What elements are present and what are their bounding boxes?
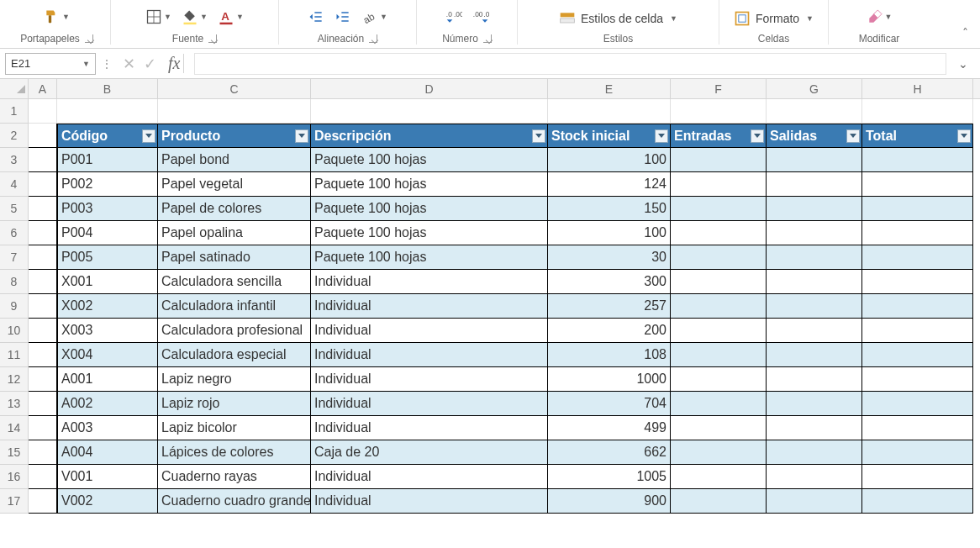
cell[interactable] xyxy=(862,99,973,124)
cell-salidas[interactable] xyxy=(767,367,862,392)
table-header[interactable]: Salidas xyxy=(767,124,862,148)
formula-input[interactable] xyxy=(194,53,946,75)
insert-function-button[interactable]: fx xyxy=(165,54,184,73)
row-header[interactable]: 3 xyxy=(0,148,29,172)
cell[interactable] xyxy=(29,416,57,440)
column-header[interactable]: E xyxy=(548,79,671,98)
filter-dropdown-icon[interactable] xyxy=(655,129,668,143)
row-header[interactable]: 14 xyxy=(0,416,29,440)
cell-total[interactable] xyxy=(862,294,973,319)
cell[interactable] xyxy=(29,440,57,465)
cell-descripcion[interactable]: Individual xyxy=(311,416,548,440)
table-header[interactable]: Stock inicial xyxy=(548,124,671,148)
row-header[interactable]: 16 xyxy=(0,465,29,489)
cell[interactable] xyxy=(29,465,57,489)
cell-codigo[interactable]: A001 xyxy=(57,367,158,392)
cell-entradas[interactable] xyxy=(671,148,767,172)
cell-entradas[interactable] xyxy=(671,489,767,514)
cell-producto[interactable]: Calculadora sencilla xyxy=(158,270,311,294)
column-header[interactable]: H xyxy=(862,79,973,98)
fill-color-icon[interactable]: ▼ xyxy=(182,8,208,25)
cell-salidas[interactable] xyxy=(767,440,862,465)
column-header[interactable]: A xyxy=(29,79,57,98)
filter-dropdown-icon[interactable] xyxy=(751,129,764,143)
filter-dropdown-icon[interactable] xyxy=(295,129,308,143)
cell[interactable] xyxy=(29,392,57,416)
cell-total[interactable] xyxy=(862,489,973,514)
cell-entradas[interactable] xyxy=(671,172,767,197)
cell-salidas[interactable] xyxy=(767,489,862,514)
table-header[interactable]: Producto xyxy=(158,124,311,148)
row-header[interactable]: 10 xyxy=(0,319,29,343)
row-header[interactable]: 4 xyxy=(0,172,29,197)
cell-descripcion[interactable]: Individual xyxy=(311,367,548,392)
cell-total[interactable] xyxy=(862,245,973,270)
cell-stock[interactable]: 100 xyxy=(548,148,671,172)
row-header[interactable]: 15 xyxy=(0,440,29,465)
cell-producto[interactable]: Papel bond xyxy=(158,148,311,172)
cell-entradas[interactable] xyxy=(671,270,767,294)
borders-icon[interactable]: ▼ xyxy=(145,8,171,25)
dialog-launcher-icon[interactable] xyxy=(369,34,377,43)
cell-descripcion[interactable]: Individual xyxy=(311,343,548,367)
row-header[interactable]: 12 xyxy=(0,367,29,392)
cell-descripcion[interactable]: Caja de 20 xyxy=(311,440,548,465)
cell-stock[interactable]: 150 xyxy=(548,197,671,221)
cell-stock[interactable]: 900 xyxy=(548,489,671,514)
cell-producto[interactable]: Lápices de colores xyxy=(158,440,311,465)
cell-entradas[interactable] xyxy=(671,343,767,367)
cell[interactable] xyxy=(29,319,57,343)
cell-producto[interactable]: Papel vegetal xyxy=(158,172,311,197)
cell-producto[interactable]: Calculadora infantil xyxy=(158,294,311,319)
cell-producto[interactable]: Calculadora profesional xyxy=(158,319,311,343)
cell[interactable] xyxy=(671,99,767,124)
cell-entradas[interactable] xyxy=(671,392,767,416)
cell-salidas[interactable] xyxy=(767,465,862,489)
cell-total[interactable] xyxy=(862,319,973,343)
cell-salidas[interactable] xyxy=(767,319,862,343)
decrease-indent-icon[interactable] xyxy=(308,8,324,25)
filter-dropdown-icon[interactable] xyxy=(532,129,545,143)
cell-codigo[interactable]: A003 xyxy=(57,416,158,440)
column-header[interactable]: F xyxy=(671,79,767,98)
expand-formula-bar-icon[interactable]: ⌄ xyxy=(951,57,975,71)
cell-styles-button[interactable]: Estilos de celda ▼ xyxy=(559,10,677,27)
cell-stock[interactable]: 124 xyxy=(548,172,671,197)
cell-producto[interactable]: Cuaderno rayas xyxy=(158,465,311,489)
cell-descripcion[interactable]: Paquete 100 hojas xyxy=(311,148,548,172)
cell-total[interactable] xyxy=(862,343,973,367)
cancel-icon[interactable]: ✕ xyxy=(123,55,135,73)
cell[interactable] xyxy=(57,99,158,124)
cell-producto[interactable]: Papel opalina xyxy=(158,221,311,245)
cell-entradas[interactable] xyxy=(671,416,767,440)
cell[interactable] xyxy=(29,343,57,367)
table-header[interactable]: Código xyxy=(57,124,158,148)
cell-salidas[interactable] xyxy=(767,392,862,416)
collapse-ribbon-icon[interactable]: ˄ xyxy=(954,21,977,45)
cell-salidas[interactable] xyxy=(767,172,862,197)
cell[interactable] xyxy=(29,367,57,392)
cell-salidas[interactable] xyxy=(767,416,862,440)
cell-producto[interactable]: Lapiz negro xyxy=(158,367,311,392)
cell-entradas[interactable] xyxy=(671,221,767,245)
cell-entradas[interactable] xyxy=(671,245,767,270)
cell-codigo[interactable]: P005 xyxy=(57,245,158,270)
cell-entradas[interactable] xyxy=(671,319,767,343)
cell-stock[interactable]: 100 xyxy=(548,221,671,245)
cell-producto[interactable]: Calculadora especial xyxy=(158,343,311,367)
cell-total[interactable] xyxy=(862,465,973,489)
cell-total[interactable] xyxy=(862,416,973,440)
decrease-decimal-icon[interactable]: .00.0 xyxy=(472,8,489,25)
cell-total[interactable] xyxy=(862,172,973,197)
cell[interactable] xyxy=(311,99,548,124)
cell-stock[interactable]: 704 xyxy=(548,392,671,416)
cell-descripcion[interactable]: Individual xyxy=(311,319,548,343)
row-header[interactable]: 8 xyxy=(0,270,29,294)
cell-codigo[interactable]: X003 xyxy=(57,319,158,343)
cell-stock[interactable]: 499 xyxy=(548,416,671,440)
cell-descripcion[interactable]: Individual xyxy=(311,465,548,489)
cell-codigo[interactable]: P003 xyxy=(57,197,158,221)
cell-descripcion[interactable]: Individual xyxy=(311,392,548,416)
font-color-icon[interactable]: A ▼ xyxy=(218,8,244,25)
increase-indent-icon[interactable] xyxy=(335,8,351,25)
